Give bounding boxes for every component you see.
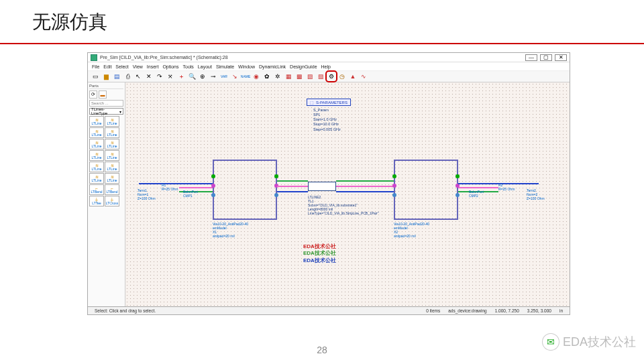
r2-label: R2R=25 Ohm (498, 183, 515, 191)
wire (277, 180, 308, 182)
zoom-in-icon[interactable]: ⊕ (198, 72, 207, 81)
pal-ltline-7[interactable]: ≋LTLine (89, 150, 104, 161)
pal-ltbend2[interactable]: ⌐LTBend (105, 184, 119, 195)
status-items: 0 items (422, 308, 444, 313)
var-icon[interactable]: VAR (219, 72, 229, 81)
menu-dynamiclink[interactable]: DynamicLink (259, 64, 286, 69)
pal-ltline-8[interactable]: ≋LTLine (105, 150, 119, 161)
menu-simulate[interactable]: Simulate (216, 64, 234, 69)
em-block-x2[interactable] (394, 160, 458, 220)
clock-icon[interactable]: ◷ (337, 72, 347, 81)
cog-icon[interactable]: ✲ (273, 72, 282, 81)
zoom-icon[interactable]: 🔍 (187, 72, 197, 81)
linetype-dropdown[interactable]: TLines-LineType ▾ (89, 108, 123, 115)
add-icon[interactable]: ＋ (176, 72, 186, 81)
menu-view[interactable]: View (133, 64, 143, 69)
grid2-icon[interactable]: ▩ (294, 72, 304, 81)
pal-ltline-6[interactable]: ≋LTLine (105, 139, 119, 149)
pal-ltline-12[interactable]: ≋LTLine (105, 173, 119, 184)
sparam-settings: S_Param SP1 Start=1.0 GHz Stop=10.0 GHz … (313, 108, 341, 132)
status-layer: ads_device:drawing (444, 308, 490, 313)
key-icon[interactable]: ⊸ (209, 72, 218, 81)
menu-tools[interactable]: Tools (183, 64, 194, 69)
r1-label: R1R=25 Ohm (162, 183, 178, 191)
redo-icon[interactable]: ↷ (155, 72, 164, 81)
pal-ltline-10[interactable]: ≋LTLine (105, 162, 119, 172)
grid1-icon[interactable]: ▦ (284, 72, 293, 81)
minimize-button[interactable]: — (525, 54, 537, 61)
parts-panel: Parts ⟳ ▬ Search ... TLines-LineType ▾ ≋… (88, 82, 125, 306)
name-icon[interactable]: NAME (241, 72, 250, 81)
slide-title: 无源仿真 (0, 0, 644, 40)
menu-select[interactable]: Select (115, 64, 128, 69)
pal-ltline-9[interactable]: ≋LTLine (89, 162, 104, 172)
status-unit: in (555, 308, 567, 313)
menubar: File Edit Select View Insert Options Too… (88, 62, 570, 70)
corner-badge: ✉ EDA技术公社 (543, 334, 636, 350)
application-window: Pre_Sim [CILD_VIA_lib:Pre_Sim:schematic]… (87, 52, 570, 315)
cursor-icon[interactable]: ↖ (133, 72, 143, 81)
pal-ltcross[interactable]: ┼LTCross (105, 196, 119, 206)
open-icon[interactable]: ▆ (101, 72, 111, 81)
pal-ltbend[interactable]: ⌐LTBend (89, 184, 104, 195)
menu-options[interactable]: Options (162, 64, 178, 69)
refresh-icon[interactable]: ⟳ (89, 90, 97, 99)
print-icon[interactable]: ⎙ (123, 72, 132, 81)
s-parameters-block[interactable]: ⬚ S-PARAMETERS (307, 99, 351, 106)
cmp1-label: BalunPortCMP1 (183, 190, 198, 198)
wechat-icon: ✉ (543, 334, 559, 350)
menu-file[interactable]: File (92, 64, 99, 69)
pal-ltline-11[interactable]: ≋LTLine (89, 173, 104, 184)
parts-search-input[interactable]: Search ... (89, 100, 123, 107)
pal-ltline-1[interactable]: ≋LTLine (89, 116, 104, 127)
grid3-icon[interactable]: ▨ (305, 72, 315, 81)
menu-insert[interactable]: Insert (147, 64, 159, 69)
toolbar: ▭ ▆ ▤ ⎙ ↖ ✕ ↷ ⤧ ＋ 🔍 ⊕ ⊸ VAR ↘ NAME ◉ ✿ ✲… (88, 70, 570, 82)
simulate-gear-icon[interactable]: ⚙ (327, 72, 336, 81)
em-block-x1[interactable] (213, 160, 277, 220)
gear-icon[interactable]: ✿ (262, 72, 272, 81)
menu-help[interactable]: Help (321, 64, 331, 69)
save-icon[interactable]: ▤ (112, 72, 121, 81)
poly-icon[interactable]: ▲ (348, 72, 358, 81)
wire (336, 191, 394, 192)
wire (336, 180, 394, 182)
menu-edit[interactable]: Edit (103, 64, 111, 69)
term1[interactable]: Term1Num=1Z=100 Ohm (138, 188, 156, 200)
grid4-icon[interactable]: ▧ (316, 72, 325, 81)
new-icon[interactable]: ▭ (91, 72, 100, 81)
status-coord2: 3.250, 3.000 (523, 308, 555, 313)
status-coord1: 1.000, 7.250 (491, 308, 523, 313)
status-hint: Select: Click and drag to select. (91, 308, 422, 313)
globe-icon[interactable]: ◉ (252, 72, 261, 81)
schematic-canvas[interactable]: ⬚ S-PARAMETERS S_Param SP1 Start=1.0 GHz… (125, 82, 570, 306)
dropdown-label: TLines-LineType (91, 107, 119, 115)
component-palette: ≋LTLine≋LTLine ≋LTLine≋LTLine ≋LTLine≋LT… (89, 116, 123, 206)
close-button[interactable]: ✕ (555, 54, 567, 61)
sparam-label: S-PARAMETERS (316, 101, 347, 105)
term2[interactable]: Term2Num=2Z=100 Ohm (527, 188, 545, 200)
tline-component[interactable] (308, 182, 336, 191)
menu-designguide[interactable]: DesignGuide (290, 64, 317, 69)
pal-ltline-2[interactable]: ≋LTLine (105, 116, 119, 127)
wave-icon[interactable]: ∿ (359, 72, 368, 81)
undo-icon[interactable]: ✕ (144, 72, 154, 81)
pal-lttee[interactable]: ┼LTTee (89, 196, 104, 206)
menu-window[interactable]: Window (238, 64, 255, 69)
watermark: EDA技术公社 EDA技术公社 EDA技术公社 (303, 243, 336, 264)
chevron-down-icon: ▾ (119, 109, 121, 114)
titlebar: Pre_Sim [CILD_VIA_lib:Pre_Sim:schematic]… (88, 53, 570, 62)
parts-header: Parts (89, 84, 123, 89)
zoom-fit-icon[interactable]: ⤧ (166, 72, 175, 81)
wire-icon[interactable]: ↘ (230, 72, 239, 81)
menu-layout[interactable]: Layout (198, 64, 212, 69)
sparam-icon: ⬚ (310, 100, 314, 105)
pal-ltline-5[interactable]: ≋LTLine (89, 139, 104, 149)
divider (0, 43, 644, 44)
x2-annotation: Via10-20_AntiPad20-40emModelX2antipad=20… (394, 222, 429, 238)
cmp2-label: BalunPortCMP2 (469, 190, 484, 198)
pal-ltline-3[interactable]: ≋LTLine (89, 127, 104, 138)
pal-ltline-4[interactable]: ≋LTLine (105, 127, 119, 138)
maximize-button[interactable]: ▢ (540, 54, 552, 61)
library-icon[interactable]: ▬ (99, 90, 107, 99)
